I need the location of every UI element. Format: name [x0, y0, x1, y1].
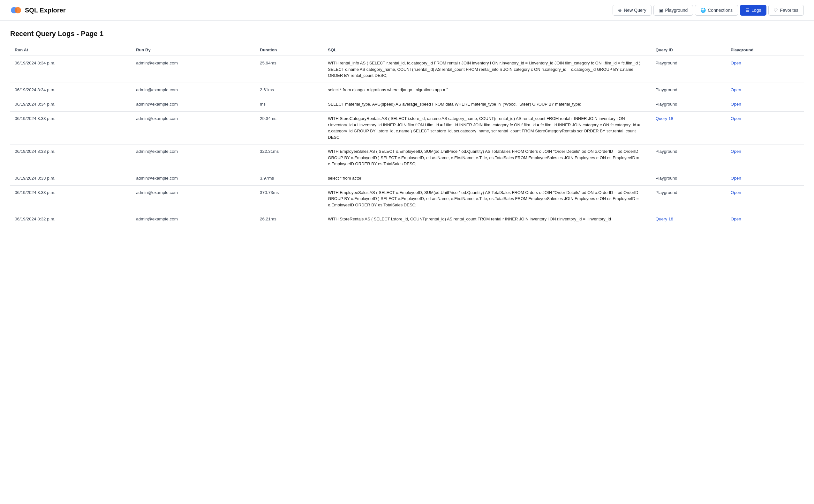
table-row: 06/19/2024 8:33 p.m.admin@example.com29.…: [10, 112, 804, 145]
logo-area: SQL Explorer: [10, 4, 65, 16]
col-header-run_by: Run By: [131, 44, 255, 56]
run-by-3: admin@example.com: [131, 112, 255, 145]
sql-4: WITH EmployeeSales AS ( SELECT o.Employe…: [323, 145, 651, 171]
nav-label-logs: Logs: [751, 8, 761, 13]
header: SQL Explorer ⊕New Query▣Playground🌐Conne…: [0, 0, 814, 21]
query-id-link-7[interactable]: Query 18: [656, 217, 674, 221]
query-id-5: Playground: [651, 171, 726, 185]
query-id-0: Playground: [651, 56, 726, 83]
nav-area: ⊕New Query▣Playground🌐Connections☰Logs♡F…: [613, 5, 804, 16]
logo-icon: [10, 4, 22, 16]
playground-open-link-0[interactable]: Open: [731, 61, 741, 65]
col-header-run_at: Run At: [10, 44, 131, 56]
page-title: Recent Query Logs - Page 1: [10, 30, 804, 38]
nav-btn-connections[interactable]: 🌐Connections: [695, 5, 738, 16]
playground-open-0[interactable]: Open: [726, 56, 804, 83]
nav-label-new-query: New Query: [624, 8, 646, 13]
query-logs-table-wrapper: Run AtRun ByDurationSQLQuery IDPlaygroun…: [10, 44, 804, 226]
run-by-2: admin@example.com: [131, 97, 255, 111]
sql-7: WITH StoreRentals AS ( SELECT i.store_id…: [323, 212, 651, 226]
table-row: 06/19/2024 8:33 p.m.admin@example.com370…: [10, 185, 804, 212]
main-content: Recent Query Logs - Page 1 Run AtRun ByD…: [0, 21, 814, 235]
sql-0: WITH rental_info AS ( SELECT r.rental_id…: [323, 56, 651, 83]
run-by-6: admin@example.com: [131, 185, 255, 212]
nav-icon-logs: ☰: [745, 8, 750, 13]
query-id-3[interactable]: Query 18: [651, 112, 726, 145]
table-header: Run AtRun ByDurationSQLQuery IDPlaygroun…: [10, 44, 804, 56]
logo-text: SQL Explorer: [25, 7, 65, 14]
table-body: 06/19/2024 8:34 p.m.admin@example.com25.…: [10, 56, 804, 226]
nav-icon-playground: ▣: [659, 8, 663, 13]
playground-open-link-1[interactable]: Open: [731, 87, 741, 92]
sql-6: WITH EmployeeSales AS ( SELECT o.Employe…: [323, 185, 651, 212]
playground-open-3[interactable]: Open: [726, 112, 804, 145]
playground-open-link-2[interactable]: Open: [731, 102, 741, 107]
playground-open-7[interactable]: Open: [726, 212, 804, 226]
table-row: 06/19/2024 8:32 p.m.admin@example.com26.…: [10, 212, 804, 226]
run-at-1: 06/19/2024 8:34 p.m.: [10, 83, 131, 97]
nav-icon-favorites: ♡: [774, 8, 778, 13]
svg-point-1: [15, 7, 21, 13]
sql-5: select * from actor: [323, 171, 651, 185]
query-id-1: Playground: [651, 83, 726, 97]
query-logs-table: Run AtRun ByDurationSQLQuery IDPlaygroun…: [10, 44, 804, 226]
nav-icon-connections: 🌐: [700, 8, 706, 13]
nav-label-connections: Connections: [708, 8, 733, 13]
query-id-link-3[interactable]: Query 18: [656, 116, 674, 121]
sql-2: SELECT material_type, AVG(speed) AS aver…: [323, 97, 651, 111]
table-row: 06/19/2024 8:33 p.m.admin@example.com322…: [10, 145, 804, 171]
table-row: 06/19/2024 8:34 p.m.admin@example.commsS…: [10, 97, 804, 111]
run-by-7: admin@example.com: [131, 212, 255, 226]
query-id-4: Playground: [651, 145, 726, 171]
run-by-0: admin@example.com: [131, 56, 255, 83]
nav-btn-new-query[interactable]: ⊕New Query: [613, 5, 652, 16]
query-id-2: Playground: [651, 97, 726, 111]
duration-5: 3.97ms: [255, 171, 323, 185]
playground-open-link-4[interactable]: Open: [731, 149, 741, 154]
duration-0: 25.94ms: [255, 56, 323, 83]
run-at-3: 06/19/2024 8:33 p.m.: [10, 112, 131, 145]
col-header-duration: Duration: [255, 44, 323, 56]
header-row: Run AtRun ByDurationSQLQuery IDPlaygroun…: [10, 44, 804, 56]
playground-open-link-6[interactable]: Open: [731, 190, 741, 195]
col-header-playground: Playground: [726, 44, 804, 56]
playground-open-6[interactable]: Open: [726, 185, 804, 212]
playground-open-link-7[interactable]: Open: [731, 217, 741, 221]
playground-open-1[interactable]: Open: [726, 83, 804, 97]
nav-icon-new-query: ⊕: [618, 8, 622, 13]
run-by-1: admin@example.com: [131, 83, 255, 97]
nav-btn-playground[interactable]: ▣Playground: [654, 5, 693, 16]
playground-open-4[interactable]: Open: [726, 145, 804, 171]
col-header-sql: SQL: [323, 44, 651, 56]
duration-6: 370.73ms: [255, 185, 323, 212]
nav-btn-logs[interactable]: ☰Logs: [740, 5, 766, 16]
sql-3: WITH StoreCategoryRentals AS ( SELECT i.…: [323, 112, 651, 145]
run-at-6: 06/19/2024 8:33 p.m.: [10, 185, 131, 212]
nav-label-favorites: Favorites: [780, 8, 798, 13]
col-header-query_id: Query ID: [651, 44, 726, 56]
duration-2: ms: [255, 97, 323, 111]
duration-4: 322.31ms: [255, 145, 323, 171]
table-row: 06/19/2024 8:34 p.m.admin@example.com25.…: [10, 56, 804, 83]
run-at-2: 06/19/2024 8:34 p.m.: [10, 97, 131, 111]
run-by-4: admin@example.com: [131, 145, 255, 171]
duration-1: 2.61ms: [255, 83, 323, 97]
run-at-7: 06/19/2024 8:32 p.m.: [10, 212, 131, 226]
sql-1: select * from django_migrations where dj…: [323, 83, 651, 97]
run-by-5: admin@example.com: [131, 171, 255, 185]
duration-3: 29.34ms: [255, 112, 323, 145]
table-row: 06/19/2024 8:34 p.m.admin@example.com2.6…: [10, 83, 804, 97]
nav-btn-favorites[interactable]: ♡Favorites: [768, 5, 804, 16]
playground-open-2[interactable]: Open: [726, 97, 804, 111]
duration-7: 26.21ms: [255, 212, 323, 226]
playground-open-link-3[interactable]: Open: [731, 116, 741, 121]
nav-label-playground: Playground: [665, 8, 688, 13]
run-at-4: 06/19/2024 8:33 p.m.: [10, 145, 131, 171]
playground-open-5[interactable]: Open: [726, 171, 804, 185]
run-at-5: 06/19/2024 8:33 p.m.: [10, 171, 131, 185]
query-id-6: Playground: [651, 185, 726, 212]
table-row: 06/19/2024 8:33 p.m.admin@example.com3.9…: [10, 171, 804, 185]
run-at-0: 06/19/2024 8:34 p.m.: [10, 56, 131, 83]
playground-open-link-5[interactable]: Open: [731, 176, 741, 181]
query-id-7[interactable]: Query 18: [651, 212, 726, 226]
